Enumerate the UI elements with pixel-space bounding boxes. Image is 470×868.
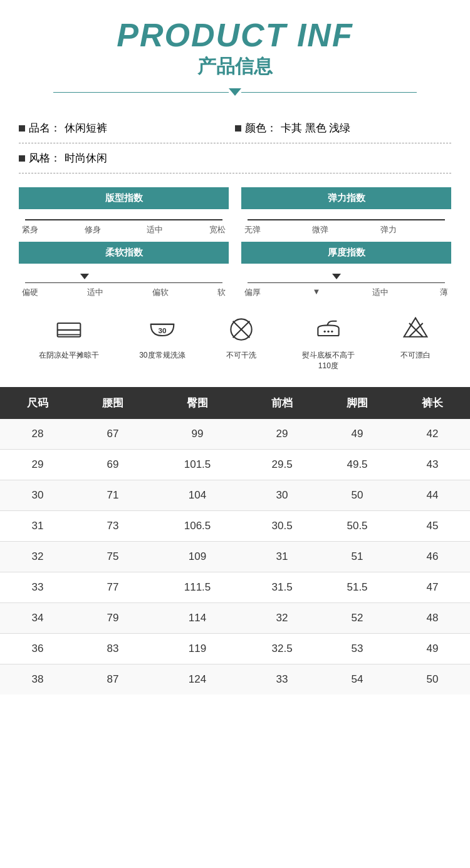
table-cell-6-1: 79 bbox=[75, 602, 150, 633]
table-cell-4-0: 32 bbox=[0, 541, 75, 572]
care-section: 在阴凉处平摊晾干 30 30度常规洗涤 不可干洗 熨斗底板不高于110度 bbox=[0, 304, 470, 384]
no-bleach-icon bbox=[400, 314, 431, 345]
softness-label-0: 偏硬 bbox=[22, 287, 38, 298]
thickness-label-2: 适中 bbox=[372, 287, 389, 298]
table-cell-2-3: 30 bbox=[244, 480, 320, 510]
table-cell-8-4: 54 bbox=[320, 664, 395, 695]
col-header-hip: 臀围 bbox=[150, 387, 244, 419]
care-label-2: 不可干洗 bbox=[226, 350, 256, 361]
table-cell-0-4: 49 bbox=[320, 419, 395, 450]
table-row: 286799294942 bbox=[0, 419, 470, 450]
fit-label-1: 修身 bbox=[85, 224, 101, 235]
page-header: PRODUCT INF 产品信息 bbox=[0, 0, 470, 108]
bullet-3 bbox=[19, 155, 25, 162]
info-row-2: 风格： 时尚休闲 bbox=[19, 145, 451, 172]
thickness-title: 厚度指数 bbox=[241, 242, 451, 264]
name-value: 休闲短裤 bbox=[65, 121, 107, 135]
elasticity-label-2: 弹力 bbox=[380, 224, 397, 235]
svg-point-9 bbox=[323, 331, 325, 333]
care-item-0: 在阴凉处平摊晾干 bbox=[39, 314, 99, 361]
col-header-waist: 腰围 bbox=[75, 387, 150, 419]
table-row: 3173106.530.550.545 bbox=[0, 510, 470, 541]
softness-index-panel: 柔软指数 偏硬 适中 偏软 软 bbox=[19, 242, 229, 299]
table-cell-6-3: 32 bbox=[244, 602, 320, 633]
table-cell-5-5: 47 bbox=[395, 572, 470, 602]
table-cell-7-3: 32.5 bbox=[244, 633, 320, 664]
thickness-index-panel: 厚度指数 偏厚 ▼ 适中 薄 bbox=[241, 242, 451, 299]
col-header-leg: 脚围 bbox=[320, 387, 395, 419]
thickness-label-0: 偏厚 bbox=[244, 287, 261, 298]
table-cell-3-5: 45 bbox=[395, 510, 470, 541]
table-cell-7-5: 49 bbox=[395, 633, 470, 664]
table-cell-1-1: 69 bbox=[75, 449, 150, 480]
table-cell-5-2: 111.5 bbox=[150, 572, 244, 602]
fit-scale: 紧身 修身 适中 宽松 bbox=[19, 219, 229, 235]
fit-index-panel: 版型指数 紧身 修身 适中 宽松 bbox=[19, 187, 229, 235]
index-row-1: 版型指数 紧身 修身 适中 宽松 弹力指数 无弹 微弹 弹力 bbox=[0, 181, 470, 242]
table-cell-7-2: 119 bbox=[150, 633, 244, 664]
table-cell-7-1: 83 bbox=[75, 633, 150, 664]
divider-arrow bbox=[229, 88, 241, 96]
divider-2 bbox=[19, 173, 451, 173]
table-cell-6-4: 52 bbox=[320, 602, 395, 633]
index-row-2: 柔软指数 偏硬 适中 偏软 软 厚度指数 bbox=[0, 242, 470, 305]
table-cell-1-3: 29.5 bbox=[244, 449, 320, 480]
table-cell-7-0: 36 bbox=[0, 633, 75, 664]
table-cell-4-4: 51 bbox=[320, 541, 395, 572]
bullet-2 bbox=[235, 125, 241, 132]
table-cell-5-0: 33 bbox=[0, 572, 75, 602]
elasticity-label-0: 无弹 bbox=[244, 224, 261, 235]
table-cell-0-0: 28 bbox=[0, 419, 75, 450]
table-cell-5-3: 31.5 bbox=[244, 572, 320, 602]
divider-line-right bbox=[241, 92, 417, 93]
svg-point-10 bbox=[327, 331, 329, 333]
table-cell-8-1: 87 bbox=[75, 664, 150, 695]
table-row: 3479114325248 bbox=[0, 602, 470, 633]
svg-point-11 bbox=[331, 331, 333, 333]
fit-labels: 紧身 修身 适中 宽松 bbox=[19, 220, 229, 235]
table-row: 2969101.529.549.543 bbox=[0, 449, 470, 480]
bullet-1 bbox=[19, 125, 25, 132]
table-cell-5-4: 51.5 bbox=[320, 572, 395, 602]
table-cell-3-1: 73 bbox=[75, 510, 150, 541]
col-header-front: 前档 bbox=[244, 387, 320, 419]
wash-30-icon: 30 bbox=[147, 314, 178, 345]
header-divider bbox=[13, 88, 457, 96]
softness-label-2: 偏软 bbox=[152, 287, 169, 298]
info-section: 品名： 休闲短裤 颜色： 卡其 黑色 浅绿 风格： 时尚休闲 bbox=[0, 108, 470, 181]
no-dry-clean-icon bbox=[226, 314, 257, 345]
divider-1 bbox=[19, 143, 451, 143]
softness-label-1: 适中 bbox=[87, 287, 103, 298]
table-cell-0-1: 67 bbox=[75, 419, 150, 450]
col-header-size: 尺码 bbox=[0, 387, 75, 419]
color-value: 卡其 黑色 浅绿 bbox=[281, 121, 350, 135]
table-cell-0-3: 29 bbox=[244, 419, 320, 450]
table-cell-2-5: 44 bbox=[395, 480, 470, 510]
care-item-3: 熨斗底板不高于110度 bbox=[297, 314, 360, 371]
care-label-3: 熨斗底板不高于110度 bbox=[297, 350, 360, 371]
thickness-label-1: ▼ bbox=[312, 287, 320, 298]
thickness-label-3: 薄 bbox=[440, 287, 448, 298]
col-header-length: 裤长 bbox=[395, 387, 470, 419]
table-cell-8-0: 38 bbox=[0, 664, 75, 695]
info-name: 品名： 休闲短裤 bbox=[19, 121, 235, 135]
elasticity-title: 弹力指数 bbox=[241, 187, 451, 209]
table-cell-2-2: 104 bbox=[150, 480, 244, 510]
softness-arrow bbox=[80, 274, 89, 279]
table-cell-6-5: 48 bbox=[395, 602, 470, 633]
softness-scale: 偏硬 适中 偏软 软 bbox=[19, 274, 229, 299]
table-cell-4-5: 46 bbox=[395, 541, 470, 572]
thickness-labels: 偏厚 ▼ 适中 薄 bbox=[241, 283, 451, 298]
table-cell-4-3: 31 bbox=[244, 541, 320, 572]
table-cell-4-2: 109 bbox=[150, 541, 244, 572]
table-cell-8-5: 50 bbox=[395, 664, 470, 695]
table-cell-1-2: 101.5 bbox=[150, 449, 244, 480]
table-row: 368311932.55349 bbox=[0, 633, 470, 664]
table-row: 3275109315146 bbox=[0, 541, 470, 572]
table-cell-2-0: 30 bbox=[0, 480, 75, 510]
care-label-1: 30度常规洗涤 bbox=[139, 350, 185, 361]
elasticity-labels: 无弹 微弹 弹力 bbox=[241, 220, 451, 235]
elasticity-scale: 无弹 微弹 弹力 bbox=[241, 219, 451, 235]
table-cell-8-3: 33 bbox=[244, 664, 320, 695]
care-item-4: 不可漂白 bbox=[400, 314, 431, 361]
